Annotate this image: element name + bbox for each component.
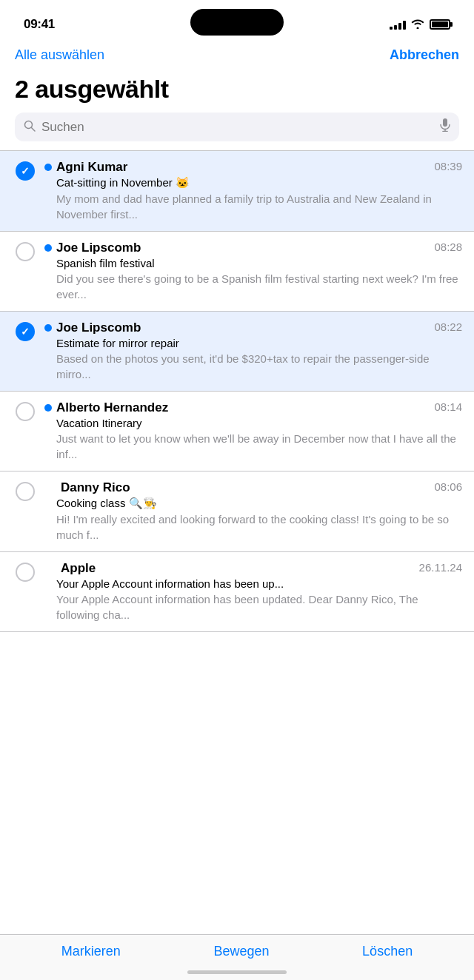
email-header: Joe Lipscomb08:28 — [44, 241, 462, 255]
checkbox-circle[interactable] — [16, 242, 35, 261]
email-list: Agni Kumar08:39Cat-sitting in November 🐱… — [0, 151, 474, 632]
mark-button[interactable]: Markieren — [61, 944, 121, 959]
email-header: Danny Rico08:06 — [44, 480, 462, 495]
checkbox-area — [12, 561, 39, 582]
svg-line-1 — [32, 127, 36, 131]
sender-name: Danny Rico — [61, 480, 130, 495]
mic-icon — [440, 118, 450, 135]
dynamic-island — [190, 9, 284, 36]
email-header: Alberto Hernandez08:14 — [44, 400, 462, 415]
list-item[interactable]: Joe Lipscomb08:28Spanish film festivalDi… — [0, 232, 474, 312]
email-time: 08:39 — [434, 160, 462, 172]
wifi-icon — [411, 19, 424, 31]
email-preview: Your Apple Account information has been … — [44, 591, 462, 622]
list-item[interactable]: Danny Rico08:06Cooking class 🔍👨‍🍳Hi! I'm… — [0, 471, 474, 552]
email-time: 26.11.24 — [419, 561, 462, 574]
email-subject: Cat-sitting in November 🐱 — [44, 176, 462, 189]
search-bar — [15, 113, 459, 141]
status-icons — [390, 19, 450, 31]
sender-wrap: Alberto Hernandez — [44, 400, 428, 415]
email-time: 08:14 — [434, 400, 462, 413]
email-subject: Estimate for mirror repair — [44, 337, 462, 349]
svg-rect-2 — [443, 118, 447, 127]
page-title: 2 ausgewählt — [0, 72, 474, 113]
email-content: Joe Lipscomb08:22Estimate for mirror rep… — [39, 320, 462, 382]
sender-wrap: Joe Lipscomb — [44, 241, 428, 255]
email-preview: Did you see there's going to be a Spanis… — [44, 271, 462, 302]
email-time: 08:28 — [434, 241, 462, 253]
list-item[interactable]: Joe Lipscomb08:22Estimate for mirror rep… — [0, 312, 474, 392]
email-preview: My mom and dad have planned a family tri… — [44, 191, 462, 222]
email-time: 08:06 — [434, 480, 462, 493]
status-time: 09:41 — [24, 17, 55, 32]
email-subject: Cooking class 🔍👨‍🍳 — [44, 497, 462, 510]
unread-dot — [44, 244, 52, 252]
email-preview: Just want to let you know when we'll be … — [44, 431, 462, 462]
list-item[interactable]: Agni Kumar08:39Cat-sitting in November 🐱… — [0, 151, 474, 232]
home-indicator — [187, 970, 287, 974]
checkbox-circle[interactable] — [16, 322, 35, 341]
email-preview: Based on the photos you sent, it'd be $3… — [44, 351, 462, 382]
search-icon — [24, 120, 36, 135]
phone-frame: 09:41 Alle auswählen Abbrechen — [0, 0, 474, 980]
sender-wrap: Agni Kumar — [44, 160, 428, 175]
signal-icon — [390, 19, 406, 30]
sender-wrap: Joe Lipscomb — [44, 320, 428, 335]
sender-wrap: Apple — [44, 561, 413, 576]
sender-name: Alberto Hernandez — [56, 400, 168, 415]
email-preview: Hi! I'm really excited and looking forwa… — [44, 511, 462, 543]
sender-name: Joe Lipscomb — [56, 241, 141, 255]
checkbox-circle[interactable] — [16, 402, 35, 421]
email-content: Agni Kumar08:39Cat-sitting in November 🐱… — [39, 160, 462, 222]
checkbox-circle[interactable] — [16, 563, 35, 582]
email-header: Joe Lipscomb08:22 — [44, 320, 462, 335]
select-all-button[interactable]: Alle auswählen — [15, 44, 104, 66]
move-button[interactable]: Bewegen — [213, 944, 269, 959]
email-subject: Your Apple Account information has been … — [44, 577, 462, 590]
list-item[interactable]: Alberto Hernandez08:14Vacation Itinerary… — [0, 392, 474, 471]
search-bar-wrap — [0, 113, 474, 150]
unread-dot — [44, 404, 52, 412]
email-time: 08:22 — [434, 320, 462, 333]
list-item[interactable]: Apple26.11.24Your Apple Account informat… — [0, 552, 474, 632]
sender-wrap: Danny Rico — [44, 480, 428, 495]
unread-dot — [44, 324, 52, 332]
checkbox-circle[interactable] — [16, 161, 35, 181]
cancel-button[interactable]: Abbrechen — [390, 44, 459, 66]
email-header: Apple26.11.24 — [44, 561, 462, 576]
search-input[interactable] — [41, 120, 434, 135]
sender-name: Agni Kumar — [56, 160, 127, 175]
checkbox-area — [12, 320, 39, 341]
checkbox-area — [12, 480, 39, 501]
email-content: Danny Rico08:06Cooking class 🔍👨‍🍳Hi! I'm… — [39, 480, 462, 543]
email-header: Agni Kumar08:39 — [44, 160, 462, 175]
email-subject: Vacation Itinerary — [44, 417, 462, 429]
battery-icon — [430, 19, 450, 30]
checkbox-circle[interactable] — [16, 482, 35, 501]
sender-name: Joe Lipscomb — [56, 320, 141, 335]
checkbox-area — [12, 241, 39, 261]
sender-name: Apple — [61, 561, 96, 576]
checkbox-area — [12, 400, 39, 421]
email-subject: Spanish film festival — [44, 257, 462, 269]
checkbox-area — [12, 160, 39, 181]
unread-dot — [44, 164, 52, 171]
email-content: Alberto Hernandez08:14Vacation Itinerary… — [39, 400, 462, 462]
top-nav: Alle auswählen Abbrechen — [0, 38, 474, 72]
email-content: Apple26.11.24Your Apple Account informat… — [39, 561, 462, 622]
delete-button[interactable]: Löschen — [362, 944, 413, 959]
email-content: Joe Lipscomb08:28Spanish film festivalDi… — [39, 241, 462, 302]
